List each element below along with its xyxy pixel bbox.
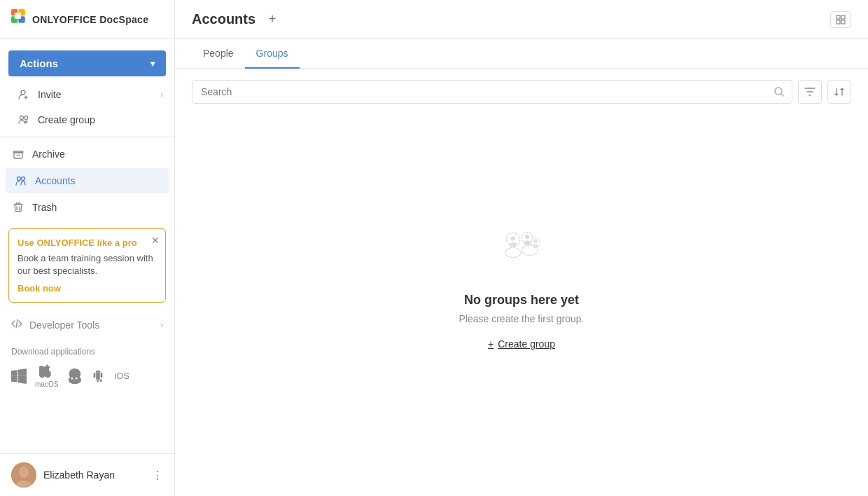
invite-label: Invite — [38, 89, 153, 100]
developer-tools-icon — [11, 318, 22, 331]
archive-icon — [11, 149, 25, 160]
sort-icon — [834, 86, 845, 97]
sidebar-item-developer-tools[interactable]: Developer Tools › — [0, 311, 174, 338]
sidebar-item-invite[interactable]: Invite › — [0, 82, 174, 107]
accounts-icon — [14, 175, 28, 186]
windows-icon — [11, 368, 27, 384]
tabs-bar: People Groups — [175, 39, 868, 69]
svg-point-7 — [24, 116, 28, 120]
svg-point-11 — [22, 177, 25, 181]
sidebar: ONLYOFFICE DocSpace Actions ▾ Invite › — [0, 0, 175, 496]
download-icons-row: macOS iOS — [11, 364, 163, 388]
main-content: Accounts + People Groups — [175, 0, 868, 496]
developer-tools-arrow-icon: › — [160, 320, 163, 330]
svg-rect-18 — [841, 20, 845, 24]
developer-tools-label: Developer Tools — [29, 319, 99, 331]
create-group-link[interactable]: + Create group — [488, 338, 555, 350]
sort-button[interactable] — [827, 80, 851, 104]
ios-label: iOS — [114, 371, 130, 381]
svg-point-29 — [533, 239, 538, 243]
sidebar-footer: Elizabeth Rayan ⋮ — [0, 453, 174, 496]
create-group-link-label: Create group — [498, 338, 555, 350]
svg-point-30 — [533, 244, 538, 248]
linux-icon — [66, 368, 82, 384]
sidebar-item-trash[interactable]: Trash — [0, 195, 174, 220]
sidebar-divider-1 — [0, 137, 174, 137]
svg-point-26 — [510, 242, 517, 247]
layout-icon — [836, 15, 846, 25]
filter-button[interactable] — [798, 80, 822, 104]
empty-groups-illustration — [493, 220, 550, 276]
filter-icon — [804, 86, 816, 97]
invite-icon — [17, 89, 31, 100]
svg-point-6 — [20, 116, 24, 120]
create-group-plus-icon: + — [488, 338, 493, 350]
promo-card: Use ONLYOFFICE like a pro ✕ Book a team … — [8, 228, 166, 303]
android-icon — [90, 368, 106, 384]
user-name: Elizabeth Rayan — [43, 469, 145, 481]
search-wrapper — [192, 80, 792, 104]
svg-point-27 — [525, 234, 529, 238]
actions-chevron-icon: ▾ — [150, 59, 155, 69]
sidebar-item-create-group[interactable]: Create group — [0, 107, 174, 132]
download-macos[interactable]: macOS — [35, 364, 58, 388]
actions-button[interactable]: Actions ▾ — [8, 50, 166, 76]
promo-title: Use ONLYOFFICE like a pro — [18, 237, 157, 248]
main-header: Accounts + — [175, 0, 868, 39]
download-android[interactable] — [90, 368, 106, 384]
svg-rect-17 — [836, 20, 840, 24]
svg-rect-15 — [836, 15, 840, 19]
promo-close-button[interactable]: ✕ — [151, 235, 160, 246]
search-input[interactable] — [192, 81, 792, 103]
svg-rect-16 — [841, 15, 845, 19]
search-icon — [774, 86, 785, 97]
svg-point-28 — [524, 240, 531, 244]
empty-state-title: No groups here yet — [464, 293, 579, 308]
actions-label: Actions — [20, 57, 58, 69]
svg-point-10 — [18, 177, 21, 181]
svg-point-21 — [505, 247, 521, 257]
sidebar-item-accounts[interactable]: Accounts — [6, 168, 169, 193]
user-menu-button[interactable]: ⋮ — [152, 469, 163, 482]
macos-label: macOS — [35, 380, 58, 388]
svg-point-13 — [19, 467, 29, 478]
app-name: ONLYOFFICE DocSpace — [32, 14, 148, 25]
accounts-label: Accounts — [35, 175, 76, 186]
page-title: Accounts — [192, 11, 255, 27]
download-windows[interactable] — [11, 368, 27, 384]
macos-icon — [39, 364, 55, 379]
download-title: Download applications — [11, 347, 163, 357]
user-avatar — [11, 462, 36, 488]
svg-rect-4 — [15, 12, 21, 18]
tab-groups[interactable]: Groups — [245, 39, 300, 69]
sidebar-item-archive[interactable]: Archive — [0, 142, 174, 167]
sidebar-navigation: Actions ▾ Invite › — [0, 39, 174, 453]
download-section: Download applications macOS — [0, 341, 174, 397]
book-now-link[interactable]: Book now — [18, 283, 61, 294]
download-linux[interactable] — [66, 368, 82, 384]
create-group-label: Create group — [38, 114, 163, 125]
create-group-icon — [17, 114, 31, 125]
promo-text: Book a team training session with our be… — [18, 252, 157, 277]
add-button[interactable]: + — [264, 11, 281, 28]
onlyoffice-logo-icon — [11, 9, 32, 30]
search-row — [175, 69, 868, 115]
trash-label: Trash — [32, 202, 57, 213]
svg-point-5 — [21, 90, 25, 95]
trash-icon — [11, 202, 25, 213]
empty-state-subtitle: Please create the first group. — [459, 313, 584, 324]
archive-label: Archive — [32, 149, 65, 160]
invite-arrow-icon: › — [160, 90, 163, 99]
download-ios[interactable]: iOS — [114, 371, 130, 381]
svg-point-25 — [511, 236, 515, 240]
empty-state: No groups here yet Please create the fir… — [175, 115, 868, 496]
layout-toggle-button[interactable] — [830, 11, 851, 28]
sidebar-logo: ONLYOFFICE DocSpace — [0, 0, 174, 39]
tab-people[interactable]: People — [192, 39, 245, 69]
